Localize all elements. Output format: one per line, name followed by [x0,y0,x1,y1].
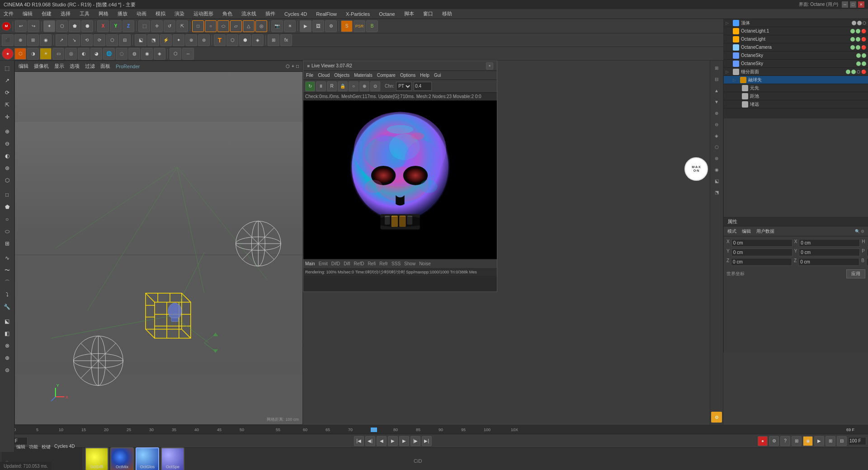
lt-move[interactable]: ⬚ [1,62,13,74]
lv-menu-compare[interactable]: Compare [377,73,396,78]
menu-play[interactable]: 播放 [116,9,129,18]
rt-btn-1[interactable]: ⊞ [711,62,722,73]
obj-row-yuanxian[interactable]: 元先 [724,84,868,92]
lt-spline4[interactable]: ⤵ [1,289,13,301]
menu-character[interactable]: 角色 [221,9,234,18]
apply-button[interactable]: 应用 [846,269,865,278]
lv-unknown1-btn[interactable]: ⊕ [359,81,369,91]
obj-render4[interactable] [862,53,866,58]
light-btn[interactable]: ☀ [284,20,296,32]
viewport-icon-1[interactable]: ⬡ [286,64,290,69]
tb2-more5[interactable]: ⊛ [185,34,197,46]
tb2-9[interactable]: ⬡ [106,34,118,46]
obj-render1[interactable] [856,29,860,33]
obj-row-rongqiu[interactable]: ▷ 融球失 [724,76,868,84]
next-frame-btn[interactable]: ▶ [399,436,409,446]
y-axis-btn[interactable]: Y [110,20,122,32]
rt-btn-8[interactable]: ⬡ [711,141,722,152]
lv-tab-noise[interactable]: Noise [419,261,431,266]
obj-vis5[interactable] [856,61,861,66]
coord-sy-size[interactable] [799,249,860,256]
menu-cycles4d[interactable]: Cycles 4D [283,10,309,18]
maxon-logo-btn[interactable]: M [2,22,11,31]
coord-y-pos[interactable] [731,249,793,256]
lv-menu-help[interactable]: Help [420,73,429,78]
menu-octane[interactable]: Octane [377,10,396,18]
menu-render[interactable]: 演染 [173,9,186,18]
undo-button[interactable]: ↩ [15,20,27,32]
prev-keyframe-btn[interactable]: ◀| [365,436,375,446]
special-btn2[interactable]: B [366,20,378,32]
rt-btn-2[interactable]: ⊟ [711,74,722,85]
lt-deform1[interactable]: ⬕ [1,315,13,327]
tb3-2[interactable]: ⬡ [14,48,26,60]
tb2-more3[interactable]: ⚡ [160,34,172,46]
select-mode-btn[interactable]: ✦ [43,20,55,32]
go-start-btn[interactable]: |◀ [354,436,364,446]
anim-help-btn[interactable]: ? [780,436,790,446]
obj-render6[interactable] [851,70,856,74]
rt-btn-7[interactable]: ◈ [711,130,722,141]
mat-octdiffi[interactable]: OctDiffi [85,447,108,470]
viewport-canvas[interactable]: X Y 网格距离: 100 cm [15,72,302,424]
obj-vis3[interactable] [850,45,855,50]
obj-vis4[interactable] [856,53,861,58]
tb3-5[interactable]: ▭ [52,48,64,60]
minimize-button[interactable]: ─ [842,1,848,8]
lt-deform3[interactable]: ⊗ [1,340,13,352]
rt-btn-5[interactable]: ⊕ [711,108,722,118]
obj-render-dot[interactable] [857,21,862,25]
lt-prim2[interactable]: ⬟ [1,201,13,213]
anim-options-btn[interactable]: ⊞ [826,436,835,446]
cone-btn[interactable]: △ [243,20,255,32]
lv-menu-file[interactable]: File [306,73,313,78]
tb2-7[interactable]: ⟲ [81,34,93,46]
lv-unknown2-btn[interactable]: ⊙ [370,81,380,91]
obj-row-octanecamera[interactable]: OctaneCamera 🔴 [724,43,868,52]
text-btn[interactable]: T [214,34,226,46]
tb2-b2[interactable]: fx [280,34,292,46]
menu-tools[interactable]: 工具 [78,9,91,18]
menu-script[interactable]: 脚本 [402,9,416,18]
menu-file[interactable]: 文件 [2,9,15,18]
anim-layer-btn[interactable]: ⊞ [792,436,802,446]
menu-anim[interactable]: 动画 [135,9,148,18]
lv-tab-refi[interactable]: Refi [368,261,376,266]
tb2-a3[interactable]: ◈ [252,34,264,46]
tb3-13[interactable]: ◈ [154,48,165,60]
anim-play-btn[interactable]: ▶ [814,436,824,446]
obj-row-octanelight1[interactable]: OctaneLight.1 🔴 [724,27,868,35]
obj-row-octanesky2[interactable]: OctaneSky [724,60,868,68]
lt-deform2[interactable]: ◧ [1,328,13,339]
cylinder-btn[interactable]: ⬭ [217,20,229,32]
coord-z-pos[interactable] [731,258,792,266]
tb2-6[interactable]: ↘ [68,34,80,46]
rt-btn-3[interactable]: ▲ [711,85,722,96]
render-view-btn[interactable]: 🖼 [312,20,324,32]
props-tab-edit[interactable]: 编辑 [742,228,751,235]
rotate-tool-btn[interactable]: ↺ [164,20,175,32]
obj-row-juchi[interactable]: 距池 [724,92,868,100]
tb3-9[interactable]: 🌐 [103,48,115,60]
props-tab-userdata[interactable]: 用户数据 [756,228,774,235]
render-btn[interactable]: ▶ [300,20,311,32]
menu-select[interactable]: 选择 [59,9,72,18]
obj-render3[interactable] [856,45,860,50]
lt-sculpt2[interactable]: ⊖ [1,138,13,150]
menu-realflow[interactable]: RealFlow [314,10,339,18]
lv-tab-sss[interactable]: SSS [392,261,401,266]
tb2-b1[interactable]: ⊞ [268,34,279,46]
lt-spline2[interactable]: 〜 [1,264,13,276]
lv-tab-main[interactable]: Main [305,261,315,266]
rt-btn-12[interactable]: ⬔ [711,187,722,197]
obj-row-xifenmian[interactable]: ▷ 细分面面 ⬡ 🔴 [724,68,868,76]
lt-deform5[interactable]: ⊜ [1,364,13,376]
tb2-more6[interactable]: ⊜ [198,34,210,46]
coord-sz-size[interactable] [798,258,859,266]
obj-vis2[interactable] [850,37,855,42]
rt-btn-10[interactable]: ◉ [711,164,722,175]
viewport-tab-camera[interactable]: 摄像机 [34,63,49,70]
lt-move2[interactable]: ✛ [1,111,13,123]
tb3-1[interactable]: ● [2,48,14,60]
coord-sx-size[interactable] [799,239,860,247]
